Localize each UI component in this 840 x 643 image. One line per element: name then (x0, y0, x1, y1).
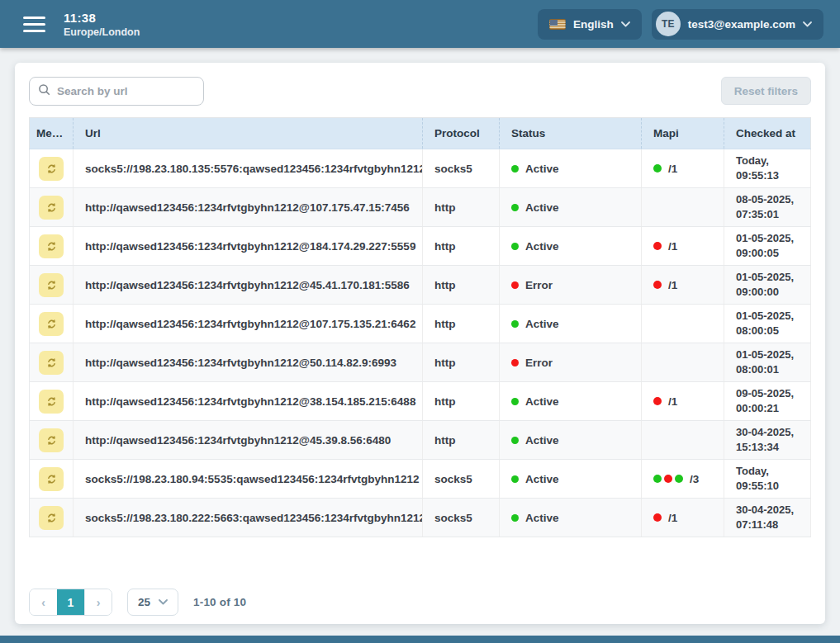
language-label: English (573, 18, 614, 31)
status-label: Active (525, 163, 559, 175)
protocol-cell: http (423, 227, 500, 266)
checked-at-cell: 01-05-2025,09:00:05 (724, 227, 811, 266)
proxy-url: http://qawsed123456:1234rfvtgbyhn1212@45… (74, 266, 423, 305)
next-page-button[interactable]: › (84, 589, 112, 615)
table-row: socks5://198.23.180.135:5576:qawsed12345… (30, 149, 811, 188)
status-label: Active (525, 201, 559, 214)
refresh-button[interactable] (39, 390, 64, 414)
mapi-cell: /1 (642, 149, 724, 188)
refresh-icon (45, 163, 58, 175)
user-menu[interactable]: TE test3@example.com (652, 9, 823, 40)
mapi-cell (642, 343, 724, 382)
status-dot (511, 281, 519, 289)
checked-at-cell: 08-05-2025,07:35:01 (724, 188, 811, 227)
status-label: Error (525, 279, 553, 291)
status-dot (511, 359, 519, 366)
mapi-count: /1 (668, 240, 677, 253)
header-right: English TE test3@example.com (538, 9, 823, 40)
mapi-dot-red (653, 513, 662, 522)
mapi-cell: /1 (642, 382, 724, 421)
refresh-button[interactable] (39, 273, 64, 297)
checked-at-cell: 01-05-2025,09:00:00 (724, 266, 811, 305)
proxy-url: http://qawsed123456:1234rfvtgbyhn1212@10… (74, 305, 423, 343)
mapi-cell: /1 (642, 227, 724, 266)
mapi-dot-red (653, 281, 662, 289)
proxy-url: socks5://198.23.180.94:5535:qawsed123456… (74, 460, 423, 499)
table-row: http://qawsed123456:1234rfvtgbyhn1212@50… (30, 343, 811, 382)
checked-at-cell: 30-04-2025,15:13:34 (724, 421, 811, 460)
refresh-icon (45, 473, 58, 485)
status-cell: Active (500, 382, 642, 421)
refresh-button[interactable] (39, 312, 64, 336)
status-dot (511, 165, 519, 173)
clock: 11:38 Europe/London (64, 11, 140, 38)
table-row: http://qawsed123456:1234rfvtgbyhn1212@45… (30, 421, 811, 460)
chevron-down-icon (621, 21, 630, 27)
status-dot (511, 475, 519, 483)
refresh-icon (45, 434, 58, 447)
protocol-cell: http (423, 305, 500, 343)
status-dot (511, 437, 519, 444)
refresh-icon (45, 240, 58, 253)
mapi-cell (642, 305, 724, 343)
proxy-url: socks5://198.23.180.135:5576:qawsed12345… (74, 149, 423, 188)
chevron-down-icon (159, 599, 168, 605)
protocol-cell: socks5 (423, 460, 500, 499)
mapi-dot-green (653, 475, 662, 483)
user-email: test3@example.com (688, 18, 795, 31)
refresh-button[interactable] (39, 467, 64, 491)
language-selector[interactable]: English (538, 9, 642, 40)
status-label: Error (525, 357, 553, 369)
status-cell: Active (500, 188, 642, 227)
column-header-checked-at: Checked at (724, 118, 811, 149)
refresh-button[interactable] (39, 428, 64, 452)
column-header-url: Url (74, 118, 423, 149)
table-header: Me… Url Protocol Status Mapi Checked at (30, 118, 811, 149)
status-dot (511, 514, 519, 522)
status-label: Active (525, 434, 559, 447)
table-row: socks5://198.23.180.222:5663:qawsed12345… (30, 499, 811, 537)
mapi-count: /1 (668, 163, 677, 175)
proxy-url: http://qawsed123456:1234rfvtgbyhn1212@38… (74, 382, 423, 421)
refresh-button[interactable] (39, 234, 64, 258)
pager: ‹ 1 › (29, 589, 112, 616)
refresh-icon (45, 201, 58, 214)
proxy-table-panel: Reset filters Me… Url Protocol Status Ma… (15, 63, 825, 624)
proxy-url: http://qawsed123456:1234rfvtgbyhn1212@50… (74, 343, 423, 382)
protocol-cell: http (423, 382, 500, 421)
header-left: 11:38 Europe/London (21, 11, 140, 38)
status-dot (511, 320, 519, 328)
refresh-button[interactable] (39, 351, 64, 375)
prev-page-button[interactable]: ‹ (30, 589, 57, 615)
main-content: Reset filters Me… Url Protocol Status Ma… (0, 48, 840, 624)
page-size-select[interactable]: 25 (127, 589, 178, 616)
reset-filters-button[interactable]: Reset filters (721, 77, 811, 105)
column-header-menu: Me… (30, 118, 74, 149)
protocol-cell: socks5 (423, 499, 500, 537)
us-flag-icon (549, 19, 566, 30)
refresh-icon (45, 318, 58, 330)
page-size-value: 25 (138, 596, 150, 608)
status-cell: Active (500, 421, 642, 460)
menu-icon[interactable] (21, 13, 47, 35)
protocol-cell: http (423, 188, 500, 227)
refresh-button[interactable] (39, 506, 64, 530)
chevron-down-icon (803, 21, 812, 27)
footer-bar (0, 636, 840, 643)
checked-at-cell: Today,09:55:10 (724, 460, 811, 499)
mapi-cell (642, 421, 724, 460)
column-header-status: Status (500, 118, 642, 149)
mapi-count: /1 (668, 279, 677, 291)
mapi-dot-red (653, 397, 662, 405)
status-cell: Error (500, 266, 642, 305)
search-input[interactable] (57, 85, 206, 97)
refresh-button[interactable] (39, 157, 64, 181)
refresh-icon (45, 279, 58, 291)
clock-timezone: Europe/London (64, 26, 140, 38)
clock-time: 11:38 (64, 11, 140, 25)
status-cell: Active (500, 460, 642, 499)
refresh-button[interactable] (39, 196, 64, 220)
search-icon (38, 83, 50, 99)
refresh-icon (45, 512, 58, 524)
page-1-button[interactable]: 1 (57, 589, 84, 615)
